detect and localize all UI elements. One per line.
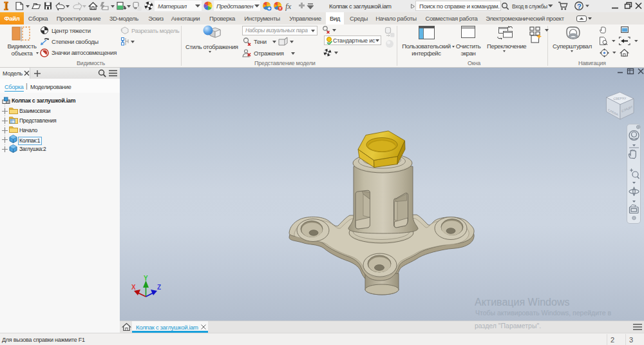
svg-text:X: X: [131, 284, 136, 291]
svg-text:Z: Z: [157, 284, 161, 291]
svg-text:Y: Y: [144, 275, 148, 282]
svg-text:?: ?: [577, 3, 582, 10]
svg-text:fx: fx: [285, 1, 292, 11]
